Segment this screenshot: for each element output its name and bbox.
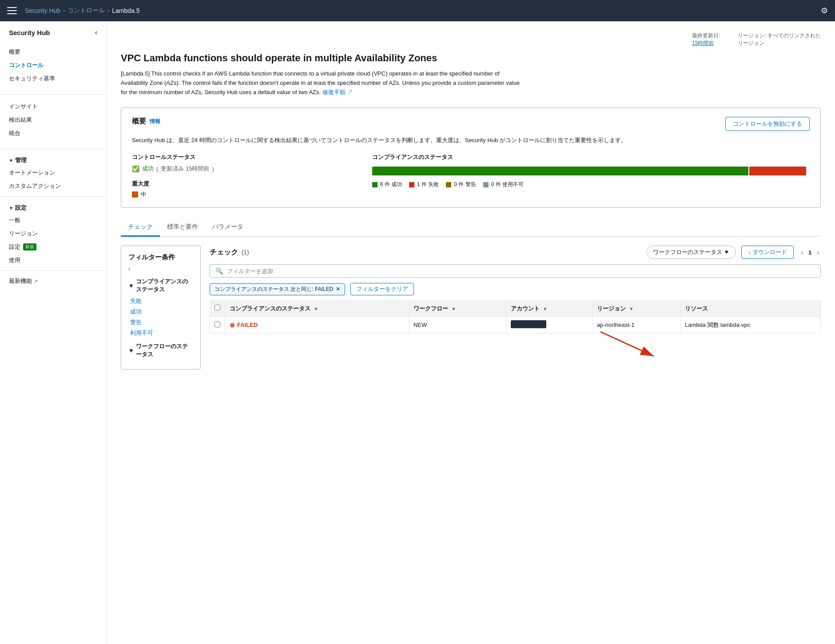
severity-value: 中 xyxy=(132,191,351,199)
th-workflow: ワークフロー ▼ xyxy=(409,301,506,317)
th-account: アカウント ▼ xyxy=(506,301,592,317)
filter-workflow-group-title: ▼ ワークフローのステータス xyxy=(128,342,193,358)
sidebar-item-overview[interactable]: 概要 xyxy=(0,45,106,59)
page-meta: 最終更新日: 15時間前 リージョン: すべてのリンクされた リージョン xyxy=(121,32,821,47)
select-all-checkbox[interactable] xyxy=(215,305,220,310)
last-updated-value[interactable]: 15時間前 xyxy=(692,40,714,47)
breadcrumb-sep-1: › xyxy=(63,8,65,14)
repair-link[interactable]: 修復手順 ↗ xyxy=(322,89,353,95)
row-checkbox[interactable] xyxy=(215,322,220,327)
remove-filter-btn[interactable]: ✕ xyxy=(336,286,340,292)
filter-item-success[interactable]: 成功 xyxy=(128,308,193,316)
clear-filter-button[interactable]: フィルターをクリア xyxy=(350,283,414,295)
sidebar-item-automation[interactable]: オートメーション xyxy=(0,166,106,179)
workflow-cell: NEW xyxy=(409,317,506,334)
table-body: ⊗ FAILED NEW ap-northeast-1 Lambda 関数 la… xyxy=(210,317,821,334)
sidebar-header: Security Hub ‹ xyxy=(0,28,106,44)
legend-label-na: 0 件 使用不可 xyxy=(491,181,524,188)
failed-text: FAILED xyxy=(237,322,258,328)
th-region: リージョン ▼ xyxy=(592,301,680,317)
filter-collapse-btn[interactable]: ‹ xyxy=(128,265,193,272)
filter-item-warning[interactable]: 警告 xyxy=(128,318,193,326)
sidebar-item-settings-new[interactable]: 設定 新規 xyxy=(0,240,106,254)
status-text: 成功 xyxy=(142,165,154,173)
sidebar-settings-group: ▼ 設定 xyxy=(0,200,106,214)
filter-workflow-group: ▼ ワークフローのステータス xyxy=(128,342,193,358)
legend-label-warn: 0 件 警告 xyxy=(454,181,476,188)
top-nav-right: ⚙ xyxy=(821,6,828,16)
sort-region-icon[interactable]: ▼ xyxy=(629,306,633,311)
row-checkbox-cell xyxy=(210,317,225,334)
tabs: チェック 標準と要件 パラメータ xyxy=(121,219,821,237)
sidebar-item-regions[interactable]: リージョン xyxy=(0,227,106,240)
sidebar: Security Hub ‹ 概要 コントロール セキュリティ基準 インサイト … xyxy=(0,21,107,644)
check-table-area: チェック (1) ワークフローのステータス ▼ ↓ ダウンロード ‹ 1 › xyxy=(210,246,821,370)
status-success-icon: ✅ xyxy=(132,165,139,172)
disable-control-button[interactable]: コントロールを無効にする xyxy=(725,117,810,131)
top-nav: Security Hub › コントロール › Lambda.5 ⚙ xyxy=(0,0,835,21)
check-search-box[interactable]: 🔍 xyxy=(210,264,821,278)
sidebar-item-controls[interactable]: コントロール xyxy=(0,59,106,72)
resource-cell: Lambda 関数 lambda-vpc xyxy=(680,317,820,334)
info-link[interactable]: 情報 xyxy=(150,118,160,125)
breadcrumb-controls[interactable]: コントロール xyxy=(68,7,105,15)
sidebar-item-latest-feature[interactable]: 最新機能 ↗ xyxy=(0,274,106,288)
failed-badge: ⊗ FAILED xyxy=(230,322,404,329)
sort-compliance-icon[interactable]: ▼ xyxy=(314,306,318,311)
workflow-status-button[interactable]: ワークフローのステータス ▼ xyxy=(646,246,736,259)
sidebar-item-usage[interactable]: 使用 xyxy=(0,254,106,267)
summary-card-header: 概要 情報 コントロールを無効にする xyxy=(132,117,810,131)
download-button[interactable]: ↓ ダウンロード xyxy=(741,246,794,259)
legend-success: 6 件 成功 xyxy=(372,181,402,188)
gear-icon[interactable]: ⚙ xyxy=(821,6,828,15)
breadcrumb-sep-2: › xyxy=(107,8,109,14)
filter-item-failed[interactable]: 失敗 xyxy=(128,297,193,305)
check-title-text: チェック xyxy=(210,248,238,256)
breadcrumb-current: Lambda.5 xyxy=(112,7,139,14)
severity-dot xyxy=(132,191,138,198)
last-updated-label: 最終更新日: xyxy=(692,32,720,40)
th-compliance: コンプライアンスのステータス ▼ xyxy=(225,301,409,317)
sidebar-item-custom-actions[interactable]: カスタムアクション xyxy=(0,179,106,193)
check-table-title: チェック (1) xyxy=(210,248,249,257)
filter-item-unavailable[interactable]: 利用不可 xyxy=(128,329,193,337)
active-filters: コンプライアンスのステータス 次と同じ: FAILED ✕ フィルターをクリア xyxy=(210,283,821,295)
check-table-header: チェック (1) ワークフローのステータス ▼ ↓ ダウンロード ‹ 1 › xyxy=(210,246,821,259)
legend-dot-warn xyxy=(446,182,451,187)
filter-compliance-group-title: ▼ コンプライアンスのステータス xyxy=(128,278,193,294)
sidebar-item-security-standards[interactable]: セキュリティ基準 xyxy=(0,72,106,85)
tab-parameters[interactable]: パラメータ xyxy=(205,219,250,237)
hamburger-menu[interactable] xyxy=(7,5,18,16)
sidebar-item-general[interactable]: 一般 xyxy=(0,214,106,227)
breadcrumb: Security Hub › コントロール › Lambda.5 xyxy=(25,7,139,15)
severity-label: 重大度 xyxy=(132,180,351,188)
compliance-section: コンプライアンスのステータス 6 件 成功 1 件 失敗 xyxy=(372,153,810,199)
region-section: リージョン: すべてのリンクされた リージョン xyxy=(738,32,821,47)
sidebar-item-findings[interactable]: 検出結果 xyxy=(0,113,106,127)
legend-dot-success xyxy=(372,182,378,187)
next-page-btn[interactable]: › xyxy=(815,248,821,257)
prev-page-btn[interactable]: ‹ xyxy=(799,248,805,257)
sidebar-item-insights[interactable]: インサイト xyxy=(0,100,106,113)
legend-na: 0 件 使用不可 xyxy=(483,181,524,188)
external-link-icon: ↗ xyxy=(34,278,38,284)
region-sub: リージョン xyxy=(738,40,764,47)
sidebar-collapse-btn[interactable]: ‹ xyxy=(95,28,97,36)
sort-workflow-icon[interactable]: ▼ xyxy=(451,306,456,311)
sort-account-icon[interactable]: ▼ xyxy=(543,306,547,311)
legend-label-fail: 1 件 失敗 xyxy=(417,181,439,188)
status-label: コントロールステータス xyxy=(132,153,351,161)
annotation-arrow xyxy=(574,327,663,372)
tab-standards[interactable]: 標準と要件 xyxy=(160,219,205,237)
sidebar-title: Security Hub xyxy=(9,29,50,36)
severity-text: 中 xyxy=(141,191,147,199)
tab-checks[interactable]: チェック xyxy=(121,219,160,237)
status-updated: ( xyxy=(156,166,158,172)
legend-fail: 1 件 失敗 xyxy=(409,181,439,188)
sidebar-management-group: ▼ 管理 xyxy=(0,153,106,166)
breadcrumb-security-hub[interactable]: Security Hub xyxy=(25,7,60,14)
filter-search-input[interactable] xyxy=(227,268,815,274)
check-panel: フィルター条件 ‹ ▼ コンプライアンスのステータス 失敗 成功 警告 利用不可… xyxy=(121,246,821,370)
sidebar-item-integrations[interactable]: 統合 xyxy=(0,127,106,140)
summary-description: Security Hub は、直近 24 時間のコントロールに関する検出結果に基… xyxy=(132,136,810,144)
